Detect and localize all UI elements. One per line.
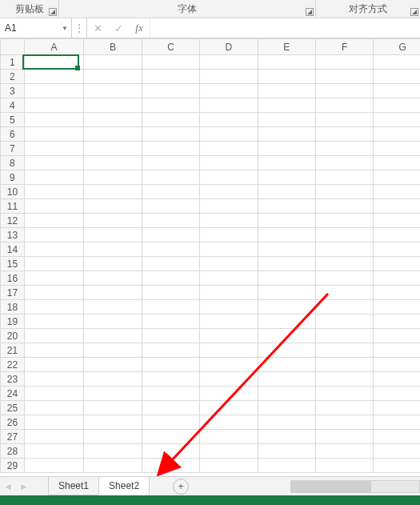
cell[interactable]: [316, 214, 374, 228]
cell[interactable]: [316, 286, 374, 300]
cell[interactable]: [200, 315, 258, 329]
cell[interactable]: [24, 415, 84, 430]
cell[interactable]: [84, 343, 142, 358]
horizontal-scrollbar[interactable]: [290, 480, 420, 493]
cell[interactable]: [258, 271, 315, 286]
cancel-icon[interactable]: ✕: [87, 18, 108, 38]
cell[interactable]: [24, 127, 84, 142]
cell[interactable]: [374, 242, 420, 257]
col-header[interactable]: F: [316, 39, 374, 55]
cell[interactable]: [84, 271, 142, 286]
cell[interactable]: [24, 257, 84, 271]
worksheet-grid[interactable]: A B C D E F G 12345678910111213141516171…: [0, 38, 420, 483]
cell[interactable]: [316, 127, 374, 142]
cell[interactable]: [84, 300, 142, 315]
cell[interactable]: [24, 199, 84, 214]
cell[interactable]: [200, 214, 258, 228]
cell[interactable]: [258, 315, 315, 329]
cell[interactable]: [24, 343, 84, 358]
cell[interactable]: [374, 343, 420, 358]
cell[interactable]: [316, 300, 374, 315]
row-header[interactable]: 19: [1, 315, 25, 329]
cell[interactable]: [316, 387, 374, 401]
cell[interactable]: [374, 444, 420, 459]
formula-input[interactable]: [150, 18, 420, 38]
cell[interactable]: [24, 329, 84, 343]
cell[interactable]: [84, 156, 142, 170]
row-header[interactable]: 12: [1, 214, 25, 228]
cell[interactable]: [24, 430, 84, 444]
dialog-launcher-icon[interactable]: [306, 8, 314, 16]
cell[interactable]: [374, 127, 420, 142]
cell[interactable]: [142, 444, 199, 459]
cell[interactable]: [24, 70, 84, 84]
cell[interactable]: [84, 286, 142, 300]
cell[interactable]: [200, 430, 258, 444]
cell[interactable]: [258, 415, 315, 430]
cell[interactable]: [142, 459, 199, 473]
cell[interactable]: [316, 113, 374, 127]
cell[interactable]: [258, 127, 315, 142]
cell[interactable]: [316, 156, 374, 170]
cell[interactable]: [24, 214, 84, 228]
cell[interactable]: [84, 127, 142, 142]
cell[interactable]: [258, 98, 315, 113]
cell[interactable]: [142, 199, 199, 214]
cell[interactable]: [258, 401, 315, 415]
cell[interactable]: [84, 185, 142, 199]
cell[interactable]: [84, 387, 142, 401]
cell[interactable]: [24, 286, 84, 300]
cell[interactable]: [84, 329, 142, 343]
cell[interactable]: [374, 315, 420, 329]
cell[interactable]: [24, 372, 84, 387]
cell[interactable]: [258, 142, 315, 156]
cell[interactable]: [24, 84, 84, 98]
cell[interactable]: [374, 401, 420, 415]
cell[interactable]: [24, 98, 84, 113]
cell[interactable]: [84, 444, 142, 459]
cell[interactable]: [24, 55, 84, 70]
cell[interactable]: [142, 343, 199, 358]
cell[interactable]: [200, 170, 258, 185]
cell[interactable]: [374, 415, 420, 430]
cell[interactable]: [258, 55, 315, 70]
cell[interactable]: [316, 142, 374, 156]
row-header[interactable]: 7: [1, 142, 25, 156]
cell[interactable]: [84, 372, 142, 387]
cell[interactable]: [200, 156, 258, 170]
row-header[interactable]: 15: [1, 257, 25, 271]
cell[interactable]: [142, 142, 199, 156]
cell[interactable]: [316, 329, 374, 343]
cell[interactable]: [142, 358, 199, 372]
row-header[interactable]: 4: [1, 98, 25, 113]
cell[interactable]: [316, 199, 374, 214]
name-box-input[interactable]: [3, 22, 54, 34]
select-all-corner[interactable]: [1, 39, 25, 55]
row-header[interactable]: 20: [1, 329, 25, 343]
cell[interactable]: [84, 170, 142, 185]
cell[interactable]: [142, 271, 199, 286]
cell[interactable]: [374, 430, 420, 444]
cell[interactable]: [200, 401, 258, 415]
cell[interactable]: [142, 401, 199, 415]
cell[interactable]: [200, 358, 258, 372]
cell[interactable]: [316, 257, 374, 271]
row-header[interactable]: 1: [1, 55, 25, 70]
row-header[interactable]: 22: [1, 358, 25, 372]
cell[interactable]: [24, 444, 84, 459]
sheet-tab-sheet2[interactable]: Sheet2: [98, 477, 150, 495]
cell[interactable]: [24, 459, 84, 473]
cell[interactable]: [142, 430, 199, 444]
cell[interactable]: [374, 142, 420, 156]
cell[interactable]: [142, 170, 199, 185]
cell[interactable]: [374, 113, 420, 127]
cell[interactable]: [316, 98, 374, 113]
cell[interactable]: [258, 343, 315, 358]
cell[interactable]: [316, 415, 374, 430]
cell[interactable]: [200, 271, 258, 286]
cell[interactable]: [374, 170, 420, 185]
cell[interactable]: [142, 329, 199, 343]
cell[interactable]: [316, 84, 374, 98]
row-header[interactable]: 24: [1, 387, 25, 401]
col-header[interactable]: D: [200, 39, 258, 55]
